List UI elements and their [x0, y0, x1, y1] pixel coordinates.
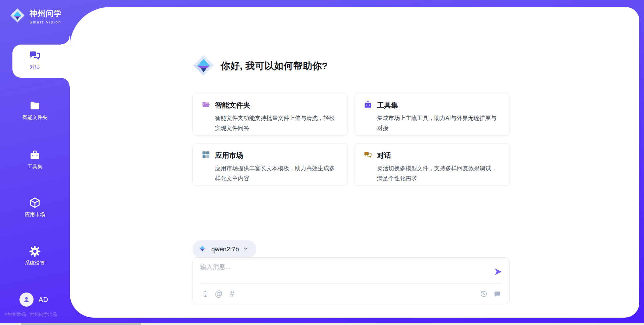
main-panel: 你好, 我可以如何帮助你? 智能文件夹 智能文件夹功能支持批量文件	[70, 7, 639, 318]
brand-logo: 神州问学 Smart Vision	[9, 7, 62, 25]
sidebar-item-label: 工具集	[28, 164, 43, 170]
folder-open-icon	[202, 100, 210, 110]
card-description: 智能文件夹功能支持批量文件上传与清洗，轻松实现文件问答	[215, 113, 340, 133]
gear-icon	[29, 245, 41, 257]
at-sign-icon: @	[215, 290, 222, 298]
feature-card-toolset[interactable]: 工具集 集成市场上主流工具，助力AI与外界无缝扩展与对接	[355, 93, 510, 136]
topic-button[interactable]: #	[228, 289, 236, 298]
greeting-title: 你好, 我可以如何帮助你?	[221, 60, 328, 72]
brand-title: 神州问学	[30, 8, 62, 19]
toolbox-icon	[29, 149, 41, 161]
card-title: 智能文件夹	[215, 101, 250, 110]
card-title: 对话	[377, 151, 391, 160]
card-title: 工具集	[377, 101, 398, 110]
toolbox-icon	[364, 100, 372, 110]
new-chat-button[interactable]	[493, 289, 501, 298]
sidebar-item-label: 对话	[30, 64, 40, 70]
sidebar: 神州问学 Smart Vision 对话 智能文件夹	[0, 0, 70, 325]
feature-card-smart-folder[interactable]: 智能文件夹 智能文件夹功能支持批量文件上传与清洗，轻松实现文件问答	[193, 93, 348, 136]
sidebar-item-smart-folder[interactable]: 智能文件夹	[0, 100, 70, 121]
chat-bubbles-icon	[29, 49, 41, 61]
attach-file-button[interactable]	[201, 289, 210, 298]
cube-icon	[29, 197, 41, 209]
sidebar-item-toolset[interactable]: 工具集	[0, 149, 70, 170]
sidebar-item-label: 应用市场	[25, 211, 45, 218]
active-nav-fillet-top	[61, 36, 70, 45]
chat-bubbles-icon	[364, 150, 372, 160]
card-title: 应用市场	[215, 151, 243, 160]
paperclip-icon	[202, 290, 209, 298]
folder-icon	[29, 100, 41, 112]
user-menu[interactable]: AD	[19, 292, 48, 307]
grid-icon	[202, 150, 210, 160]
model-name: qwen2:7b	[211, 246, 239, 253]
feature-card-chat[interactable]: 对话 灵活切换多模型文件，支持多样回复效果调试，满足个性化需求	[355, 143, 510, 186]
feature-card-app-market[interactable]: 应用市场 应用市场提供丰富长文本模板，助力高效生成多样化文章内容	[193, 143, 348, 186]
send-button[interactable]	[493, 267, 503, 277]
sidebar-item-chat[interactable]: 对话	[0, 49, 70, 70]
copyright-text: ©神州数码 · 神州问学出品	[4, 312, 57, 318]
greeting-block: 你好, 我可以如何帮助你?	[192, 54, 328, 78]
horizontal-scrollbar[interactable]	[0, 323, 644, 325]
person-icon	[23, 296, 30, 303]
history-icon	[480, 290, 488, 298]
sidebar-item-app-market[interactable]: 应用市场	[0, 197, 70, 218]
brand-diamond-icon	[192, 54, 215, 78]
scrollbar-thumb[interactable]	[21, 323, 141, 325]
message-input[interactable]	[200, 263, 488, 281]
active-nav-fillet-bottom	[61, 78, 70, 86]
chevron-down-icon	[243, 246, 248, 252]
avatar	[19, 292, 34, 307]
sidebar-item-label: 智能文件夹	[22, 114, 48, 121]
send-icon	[493, 267, 503, 276]
message-composer: @ #	[193, 257, 510, 304]
user-name: AD	[39, 296, 48, 304]
brand-diamond-icon	[9, 7, 25, 25]
hash-icon: #	[230, 290, 234, 298]
brand-subtitle: Smart Vision	[30, 20, 62, 24]
sidebar-item-settings[interactable]: 系统设置	[0, 245, 70, 266]
composer-toolbar: @ #	[201, 283, 501, 304]
main-content: 你好, 我可以如何帮助你? 智能文件夹 智能文件夹功能支持批量文件	[193, 7, 510, 318]
sidebar-item-label: 系统设置	[25, 260, 45, 266]
brand-diamond-icon	[198, 244, 207, 255]
feature-cards: 智能文件夹 智能文件夹功能支持批量文件上传与清洗，轻松实现文件问答 工具集 集	[193, 93, 510, 186]
card-description: 应用市场提供丰富长文本模板，助力高效生成多样化文章内容	[215, 164, 340, 184]
comment-icon	[493, 290, 501, 298]
card-description: 集成市场上主流工具，助力AI与外界无缝扩展与对接	[377, 113, 502, 133]
history-button[interactable]	[479, 289, 488, 298]
mention-button[interactable]: @	[214, 289, 223, 298]
card-description: 灵活切换多模型文件，支持多样回复效果调试，满足个性化需求	[377, 164, 502, 184]
model-selector[interactable]: qwen2:7b	[193, 240, 256, 258]
